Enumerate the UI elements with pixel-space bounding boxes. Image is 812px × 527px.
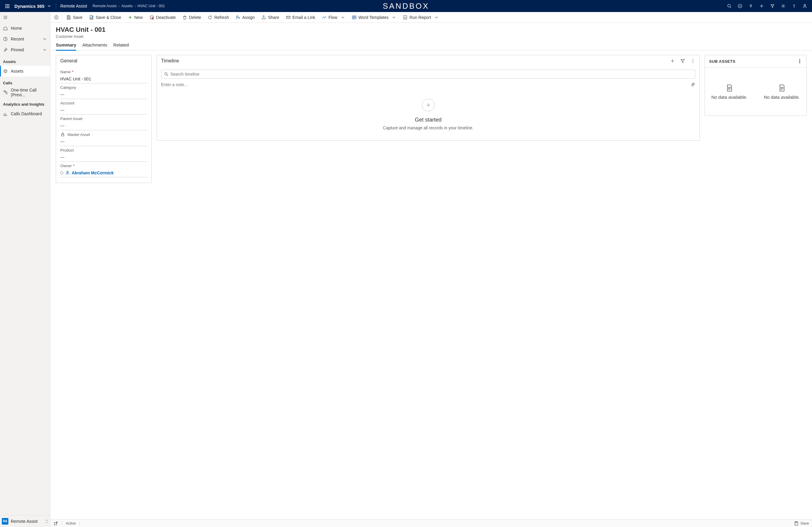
save-close-button[interactable]: Save & Close <box>86 12 124 23</box>
assign-icon <box>235 15 240 20</box>
nav-label: Pinned <box>11 47 24 52</box>
field-value[interactable]: --- <box>60 106 147 115</box>
field-category[interactable]: Category --- <box>60 85 147 99</box>
nav-assets[interactable]: Assets <box>0 66 50 76</box>
add-icon[interactable] <box>670 58 675 63</box>
timeline-search-input[interactable] <box>170 72 693 76</box>
nav-recent[interactable]: Recent <box>0 33 50 44</box>
plus-icon[interactable] <box>759 4 764 9</box>
user-icon[interactable] <box>802 4 807 9</box>
task-icon[interactable] <box>738 4 742 9</box>
search-icon[interactable] <box>727 4 731 9</box>
breadcrumb-item[interactable]: HVAC Unit - 001 <box>137 4 165 8</box>
timeline-note-row[interactable] <box>161 81 695 90</box>
more-icon[interactable] <box>797 59 802 63</box>
nav-footer-app-picker[interactable]: RA Remote Assist <box>0 515 50 527</box>
email-link-button[interactable]: Email a Link <box>283 12 318 23</box>
plus-circle-icon[interactable] <box>422 99 435 111</box>
svg-point-9 <box>804 4 806 6</box>
field-owner[interactable]: Owner* Abraham McCormick <box>60 163 147 177</box>
tab-attachments[interactable]: Attachments <box>82 42 107 51</box>
subassets-empty-2: No data available. <box>764 84 800 100</box>
nav-label: One-time Call (Previ... <box>11 88 47 97</box>
plus-green-icon <box>128 15 133 20</box>
assign-button[interactable]: Assign <box>232 12 258 23</box>
cmd-label: Deactivate <box>156 15 176 20</box>
cmd-label: Share <box>268 15 279 20</box>
new-button[interactable]: New <box>125 12 146 23</box>
divider <box>79 521 80 526</box>
refresh-button[interactable]: Refresh <box>205 12 232 23</box>
document-icon <box>725 84 734 92</box>
divider <box>62 521 62 526</box>
save-button[interactable]: Save <box>63 12 86 23</box>
nav-onetime-call[interactable]: One-time Call (Previ... <box>0 87 50 98</box>
app-name-label[interactable]: Remote Assist <box>60 4 87 9</box>
tab-summary[interactable]: Summary <box>56 42 76 51</box>
flow-icon <box>322 15 327 20</box>
chevron-down-icon[interactable] <box>42 37 47 41</box>
chevron-down-icon[interactable] <box>42 47 47 52</box>
attachment-icon[interactable] <box>691 82 695 87</box>
field-value[interactable]: --- <box>60 154 147 162</box>
hamburger-button[interactable] <box>0 12 50 23</box>
filter-icon[interactable] <box>770 4 775 9</box>
field-account[interactable]: Account --- <box>60 101 147 115</box>
flow-button[interactable]: Flow <box>319 12 348 23</box>
person-icon <box>65 170 70 175</box>
nav-pinned[interactable]: Pinned <box>0 44 50 55</box>
filter-icon[interactable] <box>680 58 685 63</box>
document-icon <box>778 84 786 92</box>
breadcrumb-item[interactable]: Assets <box>121 4 133 8</box>
command-bar: Save Save & Close New Deactivate Delete … <box>50 12 812 23</box>
deactivate-button[interactable]: Deactivate <box>146 12 179 23</box>
cmd-label: Word Templates <box>359 15 389 20</box>
empty-description: Capture and manage all records in your t… <box>383 126 474 130</box>
gear-icon[interactable] <box>781 4 786 9</box>
card-title: SUB ASSETS <box>709 59 736 63</box>
field-value[interactable]: --- <box>60 91 147 99</box>
subassets-empty-1: No data available. <box>711 84 747 100</box>
breadcrumb-item[interactable]: Remote Assist <box>93 4 117 8</box>
nav-home[interactable]: Home <box>0 23 50 33</box>
app-launcher-button[interactable] <box>2 4 12 8</box>
field-value[interactable]: --- <box>60 122 147 130</box>
cmd-label: Save & Close <box>96 15 121 20</box>
field-label: Parent Asset <box>60 116 83 121</box>
share-button[interactable]: Share <box>258 12 282 23</box>
field-value[interactable]: Abraham McCormick <box>60 169 147 177</box>
report-icon <box>403 15 408 20</box>
svg-rect-66 <box>796 522 797 523</box>
go-back-button[interactable] <box>52 15 61 20</box>
nav-label: Calls Dashboard <box>11 111 42 116</box>
field-value[interactable]: HVAC Unit - 001 <box>60 75 147 83</box>
page-subtitle: Customer Asset <box>56 34 807 39</box>
email-icon <box>286 15 291 20</box>
svg-rect-19 <box>68 16 69 17</box>
field-product[interactable]: Product --- <box>60 148 147 162</box>
run-report-button[interactable]: Run Report <box>400 12 442 23</box>
field-value: --- <box>60 138 147 146</box>
field-parent-asset[interactable]: Parent Asset --- <box>60 116 147 130</box>
brand-label[interactable]: Dynamics 365 <box>14 4 44 9</box>
nav-calls-dashboard[interactable]: Calls Dashboard <box>0 108 50 119</box>
lock-icon <box>60 132 65 137</box>
help-icon[interactable] <box>792 4 796 9</box>
delete-icon <box>183 15 187 20</box>
timeline-note-input[interactable] <box>161 82 691 87</box>
delete-button[interactable]: Delete <box>179 12 204 23</box>
card-title: General <box>56 55 151 67</box>
nav-label: Home <box>11 26 22 31</box>
tab-related[interactable]: Related <box>113 42 129 51</box>
chart-icon <box>3 111 8 116</box>
field-name[interactable]: Name* HVAC Unit - 001 <box>60 70 147 83</box>
status-save-button[interactable]: Save <box>794 521 809 526</box>
word-templates-button[interactable]: Word Templates <box>349 12 400 23</box>
lightbulb-icon[interactable] <box>749 4 753 9</box>
timeline-search[interactable] <box>161 70 695 79</box>
popout-icon[interactable] <box>53 521 58 526</box>
chevron-down-icon[interactable] <box>47 4 52 9</box>
share-icon <box>261 15 266 20</box>
app-footer-label: Remote Assist <box>11 519 38 524</box>
more-icon[interactable] <box>691 58 695 63</box>
